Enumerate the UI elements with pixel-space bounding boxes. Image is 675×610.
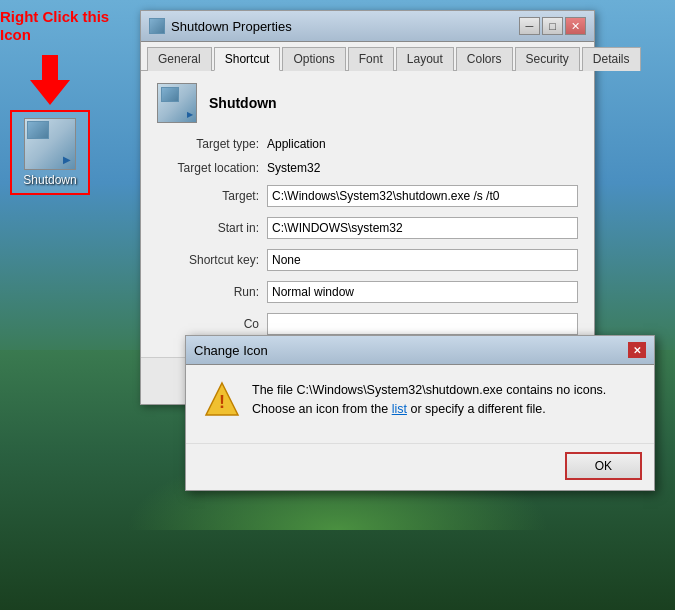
change-icon-text: The file C:\Windows\System32\shutdown.ex… [252, 381, 606, 419]
properties-title-bar: Shutdown Properties ─ □ ✕ [141, 11, 594, 42]
target-type-row: Target type: Application [157, 137, 578, 151]
arrow-icon [30, 55, 70, 105]
tab-layout[interactable]: Layout [396, 47, 454, 71]
comment-label: Co [157, 317, 267, 331]
title-bar-controls: ─ □ ✕ [519, 17, 586, 35]
svg-text:!: ! [219, 392, 225, 412]
change-icon-line2: Choose an icon from the list or specify … [252, 400, 606, 419]
shortcut-tab-content: Shutdown Target type: Application Target… [141, 71, 594, 357]
warning-icon: ! [204, 381, 240, 417]
shortcut-icon-header: Shutdown [157, 83, 578, 123]
minimize-button[interactable]: ─ [519, 17, 540, 35]
shutdown-icon-image [24, 118, 76, 170]
maximize-button[interactable]: □ [542, 17, 563, 35]
shortcut-icon-image [157, 83, 197, 123]
change-icon-title: Change Icon [194, 343, 268, 358]
tab-details[interactable]: Details [582, 47, 641, 71]
comment-input[interactable] [267, 313, 578, 335]
tab-general[interactable]: General [147, 47, 212, 71]
tab-bar: General Shortcut Options Font Layout Col… [141, 42, 594, 71]
comment-row: Co [157, 313, 578, 335]
change-icon-title-bar: Change Icon ✕ [186, 336, 654, 365]
change-icon-line1: The file C:\Windows\System32\shutdown.ex… [252, 381, 606, 400]
change-icon-bottom: OK [186, 443, 654, 490]
change-icon-message: ! The file C:\Windows\System32\shutdown.… [204, 381, 636, 419]
target-input[interactable] [267, 185, 578, 207]
run-label: Run: [157, 285, 267, 299]
start-in-label: Start in: [157, 221, 267, 235]
shortcut-key-input[interactable] [267, 249, 578, 271]
change-icon-link[interactable]: list [392, 402, 407, 416]
target-location-row: Target location: System32 [157, 161, 578, 175]
shortcut-key-label: Shortcut key: [157, 253, 267, 267]
tab-colors[interactable]: Colors [456, 47, 513, 71]
properties-window-title: Shutdown Properties [171, 19, 292, 34]
tab-security[interactable]: Security [515, 47, 580, 71]
target-type-label: Target type: [157, 137, 267, 151]
run-input[interactable] [267, 281, 578, 303]
target-row: Target: [157, 185, 578, 207]
change-icon-close-button[interactable]: ✕ [628, 342, 646, 358]
shortcut-key-row: Shortcut key: [157, 249, 578, 271]
tab-shortcut[interactable]: Shortcut [214, 47, 281, 71]
close-button[interactable]: ✕ [565, 17, 586, 35]
properties-window-icon [149, 18, 165, 34]
change-icon-content: ! The file C:\Windows\System32\shutdown.… [186, 365, 654, 443]
title-bar-left: Shutdown Properties [149, 18, 292, 34]
change-icon-dialog: Change Icon ✕ ! The file C:\Windows\Syst… [185, 335, 655, 491]
desktop-icon-label: Shutdown [23, 173, 76, 187]
target-location-value: System32 [267, 161, 320, 175]
annotation-text: Right Click this Icon [0, 8, 109, 44]
target-type-value: Application [267, 137, 326, 151]
target-location-label: Target location: [157, 161, 267, 175]
desktop-shutdown-icon[interactable]: Shutdown [10, 110, 90, 195]
tab-options[interactable]: Options [282, 47, 345, 71]
change-icon-ok-button[interactable]: OK [565, 452, 642, 480]
start-in-input[interactable] [267, 217, 578, 239]
svg-marker-0 [30, 55, 70, 105]
shortcut-display-name: Shutdown [209, 95, 277, 111]
run-row: Run: [157, 281, 578, 303]
target-label: Target: [157, 189, 267, 203]
tab-font[interactable]: Font [348, 47, 394, 71]
start-in-row: Start in: [157, 217, 578, 239]
